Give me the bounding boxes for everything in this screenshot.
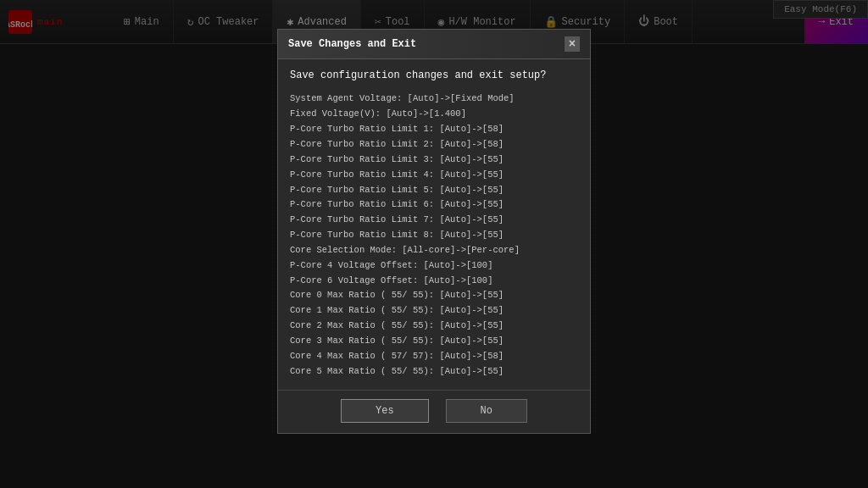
list-item: P-Core Turbo Ratio Limit 6: [Auto]->[55] <box>290 197 578 213</box>
dialog-close-button[interactable]: × <box>565 36 580 52</box>
dialog-title-bar: Save Changes and Exit × <box>278 30 590 59</box>
dialog-changes-list: System Agent Voltage: [Auto]->[Fixed Mod… <box>290 92 578 379</box>
dialog-title: Save Changes and Exit <box>288 38 416 50</box>
dialog-body: Save configuration changes and exit setu… <box>278 59 590 389</box>
list-item: P-Core Turbo Ratio Limit 4: [Auto]->[55] <box>290 168 578 183</box>
list-item: Core 3 Max Ratio ( 55/ 55): [Auto]->[55] <box>290 334 578 349</box>
list-item: Core 0 Max Ratio ( 55/ 55): [Auto]->[55] <box>290 288 578 303</box>
list-item: P-Core Turbo Ratio Limit 8: [Auto]->[55] <box>290 228 578 243</box>
list-item: Fixed Voltage(V): [Auto]->[1.400] <box>290 107 578 122</box>
dialog-yes-button[interactable]: Yes <box>341 399 429 423</box>
list-item: P-Core Turbo Ratio Limit 3: [Auto]->[55] <box>290 152 578 168</box>
list-item: System Agent Voltage: [Auto]->[Fixed Mod… <box>290 92 578 107</box>
list-item: P-Core Turbo Ratio Limit 1: [Auto]->[58] <box>290 122 578 137</box>
list-item: P-Core 4 Voltage Offset: [Auto]->[100] <box>290 258 578 274</box>
list-item: Core 1 Max Ratio ( 55/ 55): [Auto]->[55] <box>290 303 578 319</box>
dialog-overlay: Save Changes and Exit × Save configurati… <box>0 0 868 488</box>
list-item: Core Selection Mode: [All-core]->[Per-co… <box>290 243 578 258</box>
save-changes-dialog: Save Changes and Exit × Save configurati… <box>277 29 591 433</box>
list-item: P-Core Turbo Ratio Limit 2: [Auto]->[58] <box>290 137 578 152</box>
list-item: Core 4 Max Ratio ( 57/ 57): [Auto]->[58] <box>290 349 578 364</box>
dialog-no-button[interactable]: No <box>446 399 527 423</box>
dialog-buttons: Yes No <box>278 390 590 433</box>
dialog-question: Save configuration changes and exit setu… <box>290 69 578 81</box>
list-item: P-Core Turbo Ratio Limit 5: [Auto]->[55] <box>290 183 578 198</box>
list-item: P-Core Turbo Ratio Limit 7: [Auto]->[55] <box>290 213 578 228</box>
list-item: Core 5 Max Ratio ( 55/ 55): [Auto]->[55] <box>290 364 578 380</box>
list-item: P-Core 6 Voltage Offset: [Auto]->[100] <box>290 274 578 289</box>
list-item: Core 2 Max Ratio ( 55/ 55): [Auto]->[55] <box>290 319 578 334</box>
